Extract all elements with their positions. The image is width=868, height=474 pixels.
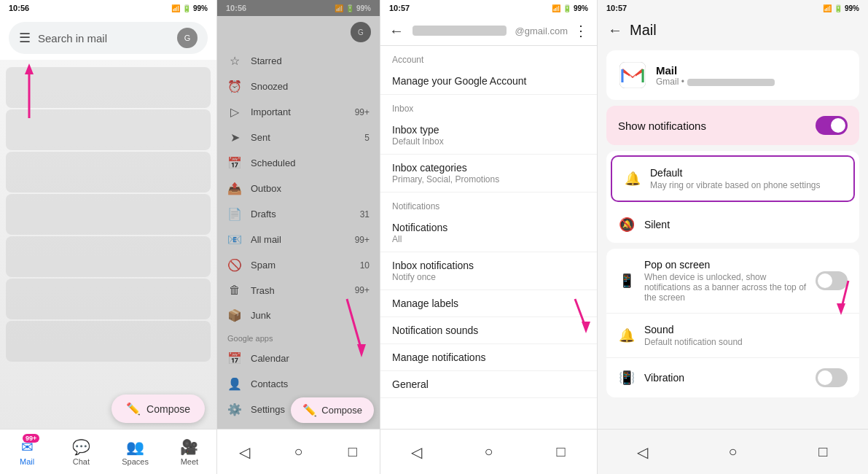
vibration-icon: 📳 — [618, 370, 636, 386]
snoozed-label: Snoozed — [251, 81, 370, 92]
gmail-logo-svg — [619, 62, 646, 88]
red-arrow-3 — [546, 295, 597, 339]
status-bar-p1: 10:56 📶 🔋 99% — [0, 0, 216, 16]
nav-item-meet[interactable]: 🎥 Meet — [163, 430, 216, 474]
search-text: Search in mail — [38, 32, 170, 44]
panel-sidebar: 10:56 📶 🔋 99% G ☆ Starred ⏰ Snoozed ▷ Im… — [217, 0, 380, 474]
pop-screen-sub: When device is unlocked, show notificati… — [644, 272, 807, 303]
nav-item-mail[interactable]: ✉ Mail 99+ — [0, 430, 54, 474]
drafts-label: Drafts — [251, 209, 351, 219]
home-nav-btn-p3[interactable]: ○ — [453, 430, 525, 474]
app-info-text: Mail Gmail • — [656, 64, 775, 87]
sidebar-item-important[interactable]: ▷ Important 99+ — [217, 99, 380, 125]
sound-item[interactable]: 🔔 Sound Default notification sound — [606, 314, 859, 358]
show-notifications-toggle[interactable] — [816, 116, 848, 135]
settings-item-inbox-categories[interactable]: Inbox categories Primary, Social, Promot… — [380, 155, 597, 193]
svg-line-2 — [347, 299, 361, 350]
back-nav-btn-p4[interactable]: ◁ — [598, 430, 688, 474]
avatar-small[interactable]: G — [351, 22, 371, 42]
sidebar-item-snoozed[interactable]: ⏰ Snoozed — [217, 74, 380, 99]
compose-label: Compose — [146, 403, 190, 415]
app-sub-prefix: Gmail • — [656, 77, 684, 87]
recents-nav-btn-p3[interactable]: □ — [525, 430, 597, 474]
meet-nav-label: Meet — [181, 457, 198, 466]
important-icon: ▷ — [227, 105, 242, 119]
settings-item-inbox-type[interactable]: Inbox type Default Inbox — [380, 117, 597, 155]
sidebar-item-drafts[interactable]: 📄 Drafts 31 — [217, 201, 380, 227]
recents-nav-btn-p2[interactable]: □ — [326, 430, 380, 474]
time-p3: 10:57 — [389, 4, 410, 12]
spaces-nav-icon: 👥 — [126, 438, 144, 456]
hamburger-icon[interactable]: ☰ — [19, 30, 31, 46]
recents-nav-btn-p4[interactable]: □ — [778, 430, 868, 474]
status-bar-p4: 10:57 📶 🔋 99% — [598, 0, 868, 16]
more-options-icon[interactable]: ⋮ — [574, 22, 588, 39]
back-nav-btn-p3[interactable]: ◁ — [380, 430, 453, 474]
svg-marker-3 — [357, 344, 366, 357]
settings-item-manage-notifications[interactable]: Manage notifications — [380, 344, 597, 371]
notification-page-title: Mail — [630, 22, 657, 39]
other-options-card: 📱 Pop on screen When device is unlocked,… — [606, 249, 859, 397]
sidebar-item-scheduled[interactable]: 📅 Scheduled — [217, 150, 380, 176]
sidebar-item-outbox[interactable]: 📤 Outbox — [217, 176, 380, 201]
red-arrow-1 — [7, 60, 66, 125]
settings-item-notifications[interactable]: Notifications All — [380, 214, 597, 252]
drafts-icon: 📄 — [227, 207, 242, 221]
snoozed-icon: ⏰ — [227, 79, 242, 93]
nav-item-chat[interactable]: 💬 Chat — [54, 430, 108, 474]
compose-overlay-label: Compose — [321, 405, 362, 416]
settings-list: Account Manage your Google Account Inbox… — [380, 46, 597, 429]
gmail-logo — [618, 61, 647, 90]
settings-header: ← @gmail.com ⋮ — [380, 16, 597, 46]
home-nav-btn-p4[interactable]: ○ — [688, 430, 778, 474]
mail-nav-label: Mail — [20, 457, 34, 466]
back-nav-btn-p2[interactable]: ◁ — [217, 430, 271, 474]
svg-marker-8 — [837, 303, 845, 315]
notif-option-default[interactable]: 🔔 Default May ring or vibrate based on p… — [611, 155, 855, 202]
settings-icon: ⚙️ — [227, 403, 242, 416]
notifications-sub: All — [392, 234, 585, 244]
time-p1: 10:56 — [9, 4, 29, 12]
svg-marker-5 — [582, 322, 590, 333]
drafts-count: 31 — [360, 209, 370, 219]
panel-gmail-main: 10:56 📶 🔋 99% ☰ Search in mail G ✏️ Comp… — [0, 0, 217, 474]
inbox-categories-title: Inbox categories — [392, 162, 585, 174]
red-arrow-2 — [303, 292, 376, 379]
app-info-card: Mail Gmail • — [606, 50, 859, 100]
compose-button[interactable]: ✏️ Compose — [112, 395, 205, 423]
bottom-nav-p2: ◁ ○ □ — [217, 429, 380, 474]
sidebar-item-sent[interactable]: ➤ Sent 5 — [217, 125, 380, 150]
status-icons-p3: 📶 🔋 99% — [552, 4, 588, 12]
settings-item-inbox-notifications[interactable]: Inbox notifications Notify once — [380, 252, 597, 290]
nav-item-spaces[interactable]: 👥 Spaces — [109, 430, 163, 474]
back-icon-p4[interactable]: ← — [608, 22, 622, 39]
vibration-item[interactable]: 📳 Vibration — [606, 358, 859, 397]
settings-item-notification-sounds[interactable]: Notification sounds — [380, 317, 597, 344]
search-bar[interactable]: ☰ Search in mail G — [9, 22, 208, 54]
sent-label: Sent — [251, 132, 356, 143]
default-notif-icon: 🔔 — [624, 171, 641, 187]
all-mail-icon: 📧 — [227, 233, 242, 246]
bottom-nav-p4: ◁ ○ □ — [598, 429, 868, 474]
app-name-label: Mail — [656, 64, 775, 77]
settings-item-general[interactable]: General — [380, 371, 597, 398]
status-icons-p4: 📶 🔋 99% — [823, 4, 859, 12]
section-account-label: Account — [380, 46, 597, 68]
sidebar-item-all-mail[interactable]: 📧 All mail 99+ — [217, 227, 380, 252]
pop-screen-title: Pop on screen — [644, 259, 807, 271]
contacts-icon: 👤 — [227, 377, 242, 391]
bottom-nav-p1: ✉ Mail 99+ 💬 Chat 👥 Spaces 🎥 Meet — [0, 429, 216, 474]
back-icon-p3[interactable]: ← — [389, 23, 404, 39]
home-nav-btn-p2[interactable]: ○ — [271, 430, 325, 474]
notif-option-silent[interactable]: 🔕 Silent — [606, 206, 859, 243]
settings-item-manage-account[interactable]: Manage your Google Account — [380, 68, 597, 95]
blurred-row — [6, 236, 211, 277]
sidebar-item-starred[interactable]: ☆ Starred — [217, 48, 380, 74]
panel-account-settings: 10:57 📶 🔋 99% ← @gmail.com ⋮ Account Man… — [380, 0, 598, 474]
starred-label: Starred — [251, 55, 370, 66]
vibration-toggle[interactable] — [816, 368, 848, 387]
compose-btn-overlay[interactable]: ✏️ Compose — [291, 397, 374, 423]
vibration-content: Vibration — [644, 372, 807, 384]
avatar[interactable]: G — [177, 28, 198, 48]
sidebar-item-spam[interactable]: 🚫 Spam 10 — [217, 252, 380, 278]
